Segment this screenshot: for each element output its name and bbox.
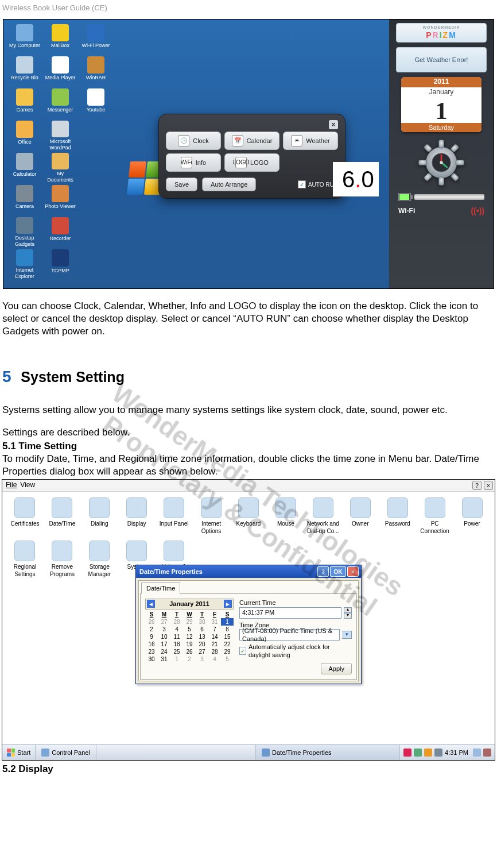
desktop-icon[interactable]: My Computer	[8, 24, 41, 55]
control-panel-item[interactable]: Certificates	[7, 497, 43, 535]
control-panel-item[interactable]: PC Connection	[417, 497, 453, 535]
gadget-option[interactable]: ☀Weather	[283, 132, 338, 150]
calendar-day[interactable]: 26	[183, 648, 196, 655]
taskbar-item-control-panel[interactable]: Control Panel	[36, 745, 96, 760]
desktop-icon[interactable]: Messenger	[44, 88, 77, 119]
calendar-day[interactable]: 28	[208, 648, 221, 655]
calendar-day[interactable]: 3	[158, 626, 170, 633]
desktop-icon[interactable]: WinRAR	[79, 56, 112, 87]
calendar-day[interactable]: 2	[183, 655, 196, 663]
tab-date-time[interactable]: Date/Time	[141, 582, 180, 594]
save-button[interactable]: Save	[166, 178, 197, 191]
calendar-day[interactable]: 20	[196, 641, 208, 648]
gadget-option[interactable]: WiFiInfo	[166, 153, 221, 172]
calendar-day[interactable]: 29	[183, 618, 196, 626]
gadget-option[interactable]: 🕒Clock	[166, 132, 221, 150]
calendar-day[interactable]: 6	[196, 626, 208, 633]
desktop-icon[interactable]: Calculator	[8, 153, 41, 184]
tray-icon[interactable]	[403, 749, 411, 757]
timezone-select[interactable]: (GMT-08:00) Pacific Time (US & Canada)	[239, 629, 340, 641]
start-button[interactable]: Start	[2, 745, 36, 760]
desktop-icon[interactable]: Recycle Bin	[8, 56, 41, 87]
desktop-icon[interactable]: Camera	[8, 185, 41, 216]
calendar-day[interactable]: 17	[158, 641, 170, 648]
menu-view[interactable]: View	[20, 481, 35, 490]
calendar-day[interactable]: 25	[170, 648, 183, 655]
calendar-day[interactable]: 19	[183, 641, 196, 648]
calendar-day[interactable]: 24	[158, 648, 170, 655]
calendar-day[interactable]: 2	[145, 626, 158, 633]
desktop-icon[interactable]: Photo Viewer	[44, 185, 77, 216]
time-spinner[interactable]: ▲▼	[344, 607, 352, 619]
control-panel-item[interactable]: Power	[454, 497, 490, 535]
tray-keyboard-icon[interactable]	[483, 749, 491, 757]
desktop-icon[interactable]: Office	[8, 121, 41, 152]
calendar-day[interactable]: 27	[196, 648, 208, 655]
gadget-option[interactable]: LOGOLOGO	[224, 153, 279, 172]
tray-show-desktop-icon[interactable]	[473, 749, 481, 757]
calendar-day[interactable]: 3	[196, 655, 208, 663]
control-panel-item[interactable]: Dialing	[81, 497, 118, 535]
autorun-checkbox[interactable]: ✓ AUTO RUN	[298, 180, 338, 188]
calendar-day[interactable]: 30	[145, 655, 158, 663]
help-icon[interactable]: ?	[472, 481, 482, 490]
calendar-day[interactable]: 12	[183, 633, 196, 641]
help-icon[interactable]: ?	[317, 566, 329, 577]
close-icon[interactable]: ×	[329, 120, 338, 129]
close-icon[interactable]: ×	[484, 481, 493, 490]
calendar-day[interactable]: 16	[145, 641, 158, 648]
weather-widget[interactable]: Get Weather Error!	[396, 47, 487, 72]
calendar-day[interactable]: 13	[196, 633, 208, 641]
control-panel-item[interactable]: Display	[119, 497, 155, 535]
control-panel-item[interactable]: Storage Manager	[81, 541, 118, 578]
calendar-day[interactable]: 22	[221, 641, 234, 648]
control-panel-item[interactable]: Input Panel	[156, 497, 192, 535]
desktop-icon[interactable]: TCPMP	[44, 249, 77, 280]
calendar-day[interactable]: 15	[221, 633, 234, 641]
calendar-day[interactable]: 31	[208, 618, 221, 626]
control-panel-item[interactable]: Remove Programs	[44, 541, 80, 578]
calendar-day[interactable]: 27	[158, 618, 170, 626]
calendar-day[interactable]: 7	[208, 626, 221, 633]
calendar-day[interactable]: 23	[145, 648, 158, 655]
calendar-day[interactable]: 28	[170, 618, 183, 626]
desktop-icon[interactable]: MailBox	[44, 24, 77, 55]
desktop-icon[interactable]: My Documents	[44, 153, 77, 184]
control-panel-item[interactable]: Internet Options	[193, 497, 230, 535]
ok-button[interactable]: OK	[330, 566, 346, 577]
calendar-day[interactable]: 10	[158, 633, 170, 641]
calendar-day[interactable]: 1	[221, 618, 234, 626]
desktop-icon[interactable]: Desktop Gadgets	[8, 217, 41, 248]
control-panel-item[interactable]: Network and Dial-up Co...	[305, 497, 341, 535]
control-panel-item[interactable]: Password	[379, 497, 416, 535]
calendar-day[interactable]: 5	[183, 626, 196, 633]
calendar-day[interactable]: 21	[208, 641, 221, 648]
control-panel-item[interactable]: Owner	[342, 497, 378, 535]
auto-arrange-button[interactable]: Auto Arrange	[202, 178, 256, 191]
calendar-day[interactable]: 4	[170, 626, 183, 633]
close-icon[interactable]: ×	[347, 566, 359, 577]
taskbar-clock[interactable]: 4:31 PM	[445, 749, 468, 757]
desktop-icon[interactable]: Wi-Fi Power	[79, 24, 112, 55]
taskbar-item-date-time[interactable]: Date/Time Properties	[255, 745, 400, 760]
control-panel-item[interactable]: Keyboard	[231, 497, 267, 535]
desktop-icon[interactable]: Internet Explorer	[8, 249, 41, 280]
prev-month-button[interactable]: ◄	[147, 600, 155, 608]
calendar-day[interactable]: 31	[158, 655, 170, 663]
gadget-option[interactable]: 📅Calendar	[224, 132, 279, 150]
apply-button[interactable]: Apply	[321, 663, 352, 674]
tray-icon[interactable]	[414, 749, 422, 757]
calendar-day[interactable]: 8	[221, 626, 234, 633]
calendar-day[interactable]: 18	[170, 641, 183, 648]
desktop-icon[interactable]: Media Player	[44, 56, 77, 87]
chevron-down-icon[interactable]: ▾	[342, 631, 352, 639]
calendar-day[interactable]: 9	[145, 633, 158, 641]
control-panel-item[interactable]: Mouse	[267, 497, 304, 535]
next-month-button[interactable]: ►	[224, 600, 232, 608]
calendar-day[interactable]: 26	[145, 618, 158, 626]
calendar-picker[interactable]: ◄ January 2011 ► SMTWTFS2627282930311234…	[145, 599, 234, 674]
menu-file[interactable]: File	[6, 481, 17, 490]
dst-checkbox[interactable]: ✓ Automatically adjust clock for dayligh…	[239, 643, 352, 659]
settings-gear-icon[interactable]	[416, 137, 467, 188]
desktop-icon[interactable]: Youtube	[79, 88, 112, 119]
